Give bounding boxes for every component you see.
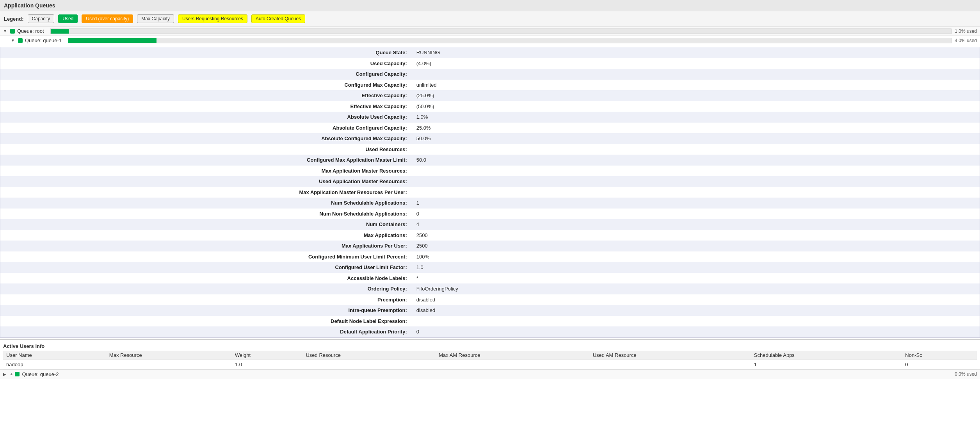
users-table-header: User Name Max Resource Weight Used Resou… xyxy=(3,351,977,360)
queue-root-bar xyxy=(50,29,952,34)
detail-value: 2500 xyxy=(412,241,980,251)
detail-label: Used Application Master Resources: xyxy=(0,176,412,187)
detail-label: Queue State: xyxy=(0,47,412,58)
legend-capacity: Capacity xyxy=(28,14,55,23)
app-title: Application Queues xyxy=(0,0,980,11)
detail-row: Effective Capacity: (25.0%) xyxy=(0,90,980,101)
col-weight: Weight xyxy=(232,351,302,360)
detail-row: Preemption: disabled xyxy=(0,294,980,305)
queue-1-dot xyxy=(18,38,23,43)
queue-root-row[interactable]: ▼ Queue: root 1.0% used xyxy=(0,27,980,36)
detail-table: Queue State: RUNNING Used Capacity: (4.0… xyxy=(0,47,980,337)
detail-row: Max Application Master Resources Per Use… xyxy=(0,187,980,198)
detail-value: unlimited xyxy=(412,80,980,91)
detail-label: Max Applications: xyxy=(0,230,412,241)
detail-value xyxy=(412,144,980,155)
detail-value xyxy=(412,69,980,80)
detail-value: RUNNING xyxy=(412,47,980,58)
detail-label: Effective Capacity: xyxy=(0,90,412,101)
detail-value: disabled xyxy=(412,305,980,316)
legend-users-requesting: Users Requesting Resources xyxy=(178,14,247,23)
detail-value xyxy=(412,187,980,198)
detail-value: (4.0%) xyxy=(412,58,980,69)
detail-label: Used Capacity: xyxy=(0,58,412,69)
detail-value: disabled xyxy=(412,294,980,305)
detail-value xyxy=(412,166,980,176)
queue-1-name: Queue: queue-1 xyxy=(25,37,62,43)
queue-root-used-pct: 1.0% used xyxy=(955,29,977,34)
detail-panel: Queue State: RUNNING Used Capacity: (4.0… xyxy=(0,47,980,338)
queue-1-arrow[interactable]: ▼ xyxy=(11,38,16,43)
detail-row: Default Application Priority: 0 xyxy=(0,326,980,337)
detail-value: 0 xyxy=(412,326,980,337)
user-max-resource xyxy=(106,360,232,369)
detail-value: 4 xyxy=(412,219,980,230)
legend-bar: Legend: Capacity Used Used (over capacit… xyxy=(0,11,980,27)
col-non-sc: Non-Sc xyxy=(902,351,977,360)
legend-max-capacity: Max Capacity xyxy=(137,14,174,23)
detail-label: Used Resources: xyxy=(0,144,412,155)
detail-label: Configured Max Capacity: xyxy=(0,80,412,91)
detail-value: (50.0%) xyxy=(412,101,980,112)
queue-2-dot xyxy=(15,372,20,376)
col-used-am-resource: Used AM Resource xyxy=(590,351,751,360)
detail-label: Effective Max Capacity: xyxy=(0,101,412,112)
detail-row: Effective Max Capacity: (50.0%) xyxy=(0,101,980,112)
detail-label: Configured Capacity: xyxy=(0,69,412,80)
queue-1-row[interactable]: ▼ Queue: queue-1 4.0% used xyxy=(0,36,980,45)
detail-row: Default Node Label Expression: xyxy=(0,316,980,327)
user-used-resource xyxy=(302,360,436,369)
legend-auto-created: Auto Created Queues xyxy=(251,14,305,23)
detail-label: Max Application Master Resources Per Use… xyxy=(0,187,412,198)
legend-used: Used xyxy=(58,14,78,23)
queue-root-dot xyxy=(10,29,15,34)
detail-label: Absolute Used Capacity: xyxy=(0,112,412,123)
detail-value: 50.0% xyxy=(412,133,980,144)
detail-label: Num Schedulable Applications: xyxy=(0,198,412,209)
queue-root-arrow[interactable]: ▼ xyxy=(3,29,8,33)
detail-row: Max Application Master Resources: xyxy=(0,166,980,176)
detail-row: Accessible Node Labels: * xyxy=(0,273,980,284)
detail-row: Configured Max Capacity: unlimited xyxy=(0,80,980,91)
queue-2-used-pct: 0.0% used xyxy=(955,371,977,377)
detail-row: Used Resources: xyxy=(0,144,980,155)
queue-2-name: Queue: queue-2 xyxy=(22,371,59,377)
detail-label: Num Non-Schedulable Applications: xyxy=(0,209,412,219)
detail-value: 1.0% xyxy=(412,112,980,123)
detail-label: Accessible Node Labels: xyxy=(0,273,412,284)
detail-value: 2500 xyxy=(412,230,980,241)
detail-row: Num Containers: 4 xyxy=(0,219,980,230)
queue-2-arrow[interactable]: ▶ xyxy=(3,372,8,376)
detail-value: 1.0 xyxy=(412,262,980,273)
detail-row: Intra-queue Preemption: disabled xyxy=(0,305,980,316)
user-non-sc: 0 xyxy=(902,360,977,369)
detail-row: Max Applications Per User: 2500 xyxy=(0,241,980,251)
detail-row: Used Application Master Resources: xyxy=(0,176,980,187)
col-max-am-resource: Max AM Resource xyxy=(436,351,589,360)
queue-2-expand-icon: + xyxy=(10,372,12,376)
col-max-resource: Max Resource xyxy=(106,351,232,360)
col-used-resource: Used Resource xyxy=(302,351,436,360)
queue-2-row[interactable]: ▶ + Queue: queue-2 0.0% used xyxy=(0,369,980,379)
detail-value: * xyxy=(412,273,980,284)
detail-label: Absolute Configured Max Capacity: xyxy=(0,133,412,144)
detail-row: Absolute Configured Max Capacity: 50.0% xyxy=(0,133,980,144)
detail-label: Default Node Label Expression: xyxy=(0,316,412,327)
detail-row: Num Non-Schedulable Applications: 0 xyxy=(0,209,980,219)
detail-value xyxy=(412,316,980,327)
queue-1-used-pct: 4.0% used xyxy=(955,38,977,43)
detail-row: Absolute Configured Capacity: 25.0% xyxy=(0,123,980,134)
queue-root-bar-fill xyxy=(51,29,69,34)
detail-row: Num Schedulable Applications: 1 xyxy=(0,198,980,209)
detail-label: Configured User Limit Factor: xyxy=(0,262,412,273)
users-table: User Name Max Resource Weight Used Resou… xyxy=(3,351,977,369)
col-schedulable-apps: Schedulable Apps xyxy=(751,351,902,360)
detail-value: 0 xyxy=(412,209,980,219)
user-name: hadoop xyxy=(3,360,106,369)
detail-value: FifoOrderingPolicy xyxy=(412,283,980,294)
legend-label: Legend: xyxy=(4,16,24,22)
detail-value: (25.0%) xyxy=(412,90,980,101)
detail-row: Configured Max Application Master Limit:… xyxy=(0,155,980,166)
active-users-title: Active Users Info xyxy=(3,342,977,351)
detail-row: Configured Minimum User Limit Percent: 1… xyxy=(0,251,980,262)
